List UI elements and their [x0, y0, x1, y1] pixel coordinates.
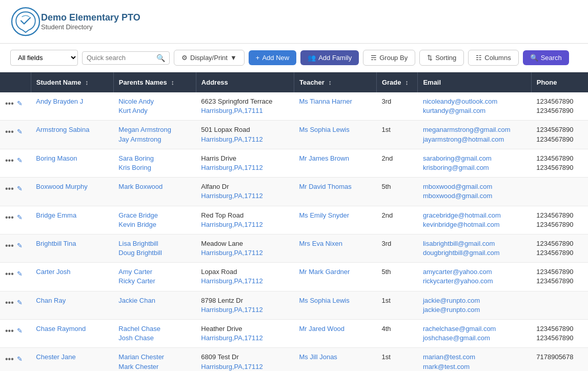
- address-line2: Harrisburg,PA,17112: [201, 191, 289, 201]
- search-button[interactable]: 🔍 Search: [523, 50, 569, 65]
- row-edit-button[interactable]: ✎: [17, 99, 23, 108]
- student-name[interactable]: Chan Ray: [36, 297, 66, 304]
- email-link[interactable]: joshchase@gmail.com: [423, 334, 526, 343]
- email-link[interactable]: jackie@runpto.com: [423, 305, 526, 315]
- email-link[interactable]: nicoleandy@outlook.com: [423, 97, 526, 106]
- email-link[interactable]: mark@test.com: [423, 362, 526, 371]
- teacher-name[interactable]: Ms Tianna Harner: [299, 97, 352, 105]
- row-edit-button[interactable]: ✎: [17, 127, 23, 136]
- student-name[interactable]: Armstrong Sabina: [36, 126, 89, 133]
- row-edit-button[interactable]: ✎: [17, 241, 23, 250]
- email-link[interactable]: mboxwood@gmail.com: [423, 182, 526, 191]
- email-link[interactable]: rachelchase@gmail.com: [423, 324, 526, 334]
- teacher-name[interactable]: Ms Sophia Lewis: [299, 126, 349, 133]
- parent-name[interactable]: Doug Brightbill: [118, 248, 191, 258]
- teacher-name[interactable]: Mr Mark Gardner: [299, 268, 350, 276]
- sort-grade-icon[interactable]: ↕: [405, 79, 409, 86]
- row-menu-button[interactable]: •••: [5, 212, 14, 223]
- parent-name[interactable]: Kevin Bridge: [118, 220, 191, 229]
- col-student-header[interactable]: Student Name ↕: [31, 72, 113, 92]
- parent-name[interactable]: Ricky Carter: [118, 277, 191, 286]
- phone-value: 1234567890: [536, 125, 583, 134]
- add-new-button[interactable]: + Add New: [249, 50, 296, 65]
- row-edit-button[interactable]: ✎: [17, 213, 23, 222]
- student-name[interactable]: Bridge Emma: [36, 211, 76, 219]
- email-link[interactable]: amycarter@yahoo.com: [423, 267, 526, 277]
- email-link[interactable]: dougbrightbill@gmail.com: [423, 248, 526, 258]
- student-name[interactable]: Brightbill Tina: [36, 240, 76, 247]
- email-link[interactable]: kurtandy@gmail.com: [423, 106, 526, 115]
- email-link[interactable]: lisabrightbill@gmail.com: [423, 239, 526, 248]
- email-link[interactable]: jayarmstrong@hotmail.com: [423, 135, 526, 144]
- parent-name[interactable]: Nicole Andy: [118, 97, 191, 106]
- parent-name[interactable]: Josh Chase: [118, 334, 191, 343]
- student-name[interactable]: Chester Jane: [36, 353, 75, 361]
- field-select[interactable]: All fields Student Name Parents Names Te…: [10, 50, 78, 66]
- row-menu-button[interactable]: •••: [5, 126, 14, 138]
- row-edit-button[interactable]: ✎: [17, 298, 23, 307]
- row-menu-button[interactable]: •••: [5, 325, 14, 337]
- student-name[interactable]: Andy Brayden J: [36, 97, 83, 105]
- search-input[interactable]: [87, 54, 153, 62]
- email-link[interactable]: marian@test.com: [423, 353, 526, 362]
- parent-name[interactable]: Kurt Andy: [118, 106, 191, 115]
- teacher-name[interactable]: Mr Jared Wood: [299, 325, 344, 333]
- col-parents-header[interactable]: Parents Names ↕: [113, 72, 196, 92]
- teacher-name[interactable]: Ms Emily Snyder: [299, 211, 349, 219]
- parent-name[interactable]: Kris Boring: [118, 163, 191, 172]
- row-edit-button[interactable]: ✎: [17, 326, 23, 336]
- parent-name[interactable]: Mark Chester: [118, 362, 191, 371]
- row-menu-button[interactable]: •••: [5, 155, 14, 166]
- email-link[interactable]: krisboring@gmail.com: [423, 163, 526, 172]
- parent-name[interactable]: Grace Bridge: [118, 211, 191, 220]
- row-menu-button[interactable]: •••: [5, 268, 14, 280]
- parent-name[interactable]: Sara Boring: [118, 154, 191, 163]
- email-link[interactable]: saraboring@gmail.com: [423, 154, 526, 163]
- col-teacher-header[interactable]: Teacher ↕: [294, 72, 376, 92]
- parent-name[interactable]: Lisa Brightbill: [118, 239, 191, 248]
- email-link[interactable]: jackie@runpto.com: [423, 296, 526, 305]
- row-menu-button[interactable]: •••: [5, 98, 14, 109]
- row-menu-button[interactable]: •••: [5, 240, 14, 251]
- row-menu-button[interactable]: •••: [5, 354, 14, 365]
- student-name[interactable]: Boxwood Murphy: [36, 183, 87, 190]
- row-actions-cell: ••• ✎: [0, 149, 31, 177]
- row-edit-button[interactable]: ✎: [17, 156, 23, 165]
- parent-name[interactable]: Marian Chester: [118, 353, 191, 362]
- student-name[interactable]: Boring Mason: [36, 154, 77, 162]
- sort-teacher-icon[interactable]: ↕: [328, 79, 332, 86]
- email-link[interactable]: gracebridge@hotmail.com: [423, 211, 526, 220]
- parent-name[interactable]: Rachel Chase: [118, 324, 191, 334]
- email-link[interactable]: kevinbridge@hotmail.com: [423, 220, 526, 229]
- email-link[interactable]: meganarmstrong@gmail.com: [423, 125, 526, 134]
- group-by-button[interactable]: ☴ Group By: [363, 50, 415, 66]
- teacher-name[interactable]: Mrs Eva Nixen: [299, 240, 342, 247]
- display-print-button[interactable]: ⚙ Display/Print ▼: [174, 50, 245, 66]
- parent-name[interactable]: Amy Carter: [118, 267, 191, 277]
- add-family-button[interactable]: 👥 Add Family: [300, 50, 359, 65]
- parent-name[interactable]: Jackie Chan: [118, 296, 191, 305]
- col-grade-header[interactable]: Grade ↕: [376, 72, 417, 92]
- sort-student-icon[interactable]: ↕: [85, 79, 89, 86]
- row-edit-button[interactable]: ✎: [17, 269, 23, 279]
- teacher-name[interactable]: Mr James Brown: [299, 154, 349, 162]
- teacher-name[interactable]: Ms Sophia Lewis: [299, 297, 349, 304]
- student-name-cell: Carter Josh: [31, 263, 113, 291]
- email-link[interactable]: mboxwood@gmail.com: [423, 191, 526, 201]
- email-link[interactable]: rickycarter@yahoo.com: [423, 277, 526, 286]
- student-name[interactable]: Carter Josh: [36, 268, 70, 276]
- teacher-name[interactable]: Mr David Thomas: [299, 183, 351, 190]
- parent-name[interactable]: Jay Armstrong: [118, 135, 191, 144]
- parent-name[interactable]: Mark Boxwood: [118, 182, 191, 191]
- row-edit-button[interactable]: ✎: [17, 355, 23, 364]
- row-edit-button[interactable]: ✎: [17, 184, 23, 193]
- student-name[interactable]: Chase Raymond: [36, 325, 86, 333]
- columns-button[interactable]: ☷ Columns: [468, 50, 518, 66]
- parent-name[interactable]: Megan Armstrong: [118, 125, 191, 134]
- row-menu-button[interactable]: •••: [5, 183, 14, 194]
- sort-parents-icon[interactable]: ↕: [171, 79, 174, 86]
- sorting-button[interactable]: ⇅ Sorting: [419, 50, 464, 66]
- row-menu-button[interactable]: •••: [5, 297, 14, 308]
- teacher-name[interactable]: Ms Jill Jonas: [299, 353, 337, 361]
- app-logo: [10, 6, 41, 37]
